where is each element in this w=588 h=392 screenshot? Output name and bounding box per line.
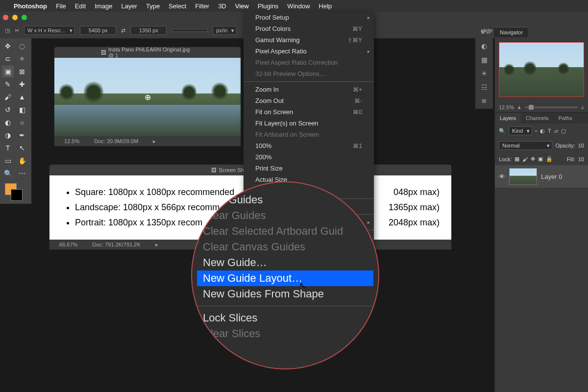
navigator-zoom-in-icon[interactable]: ▵ — [581, 104, 584, 110]
tool-preset-icon[interactable]: ◳ — [5, 27, 10, 34]
panel-close-icon[interactable]: ✕ ›› — [481, 29, 490, 36]
background-color[interactable] — [11, 189, 23, 201]
view-menu-item[interactable]: Gamut Warning⇧⌘Y — [244, 34, 374, 46]
view-menu-item[interactable]: Proof Setup — [244, 12, 374, 23]
menu-view[interactable]: View — [235, 2, 249, 10]
path-tool-icon[interactable]: ↖ — [16, 142, 28, 154]
view-menu-item[interactable]: 200% — [244, 151, 374, 163]
frame-tool-icon[interactable]: ⊠ — [16, 66, 28, 77]
properties-panel-icon[interactable]: ☷ — [481, 83, 488, 91]
type-tool-icon[interactable]: T — [2, 142, 14, 154]
menu-3d[interactable]: 3D — [218, 2, 226, 10]
blur-tool-icon[interactable]: ○ — [16, 117, 28, 128]
lock-pixels-icon[interactable]: 🖌 — [522, 156, 528, 162]
crop-width-input[interactable]: 5400 px — [80, 26, 116, 35]
lock-all-icon[interactable]: 🔒 — [546, 156, 553, 162]
dodge-tool-icon[interactable]: ◑ — [2, 129, 14, 141]
menu-file[interactable]: File — [56, 2, 66, 10]
swap-dims-icon[interactable]: ⇄ — [121, 27, 125, 34]
color-panel-icon[interactable]: ◐ — [481, 42, 487, 50]
magnified-menu-item[interactable]: New Guide Layout… — [197, 270, 373, 286]
menu-help[interactable]: Help — [319, 2, 332, 10]
hand-tool-icon[interactable]: ✋ — [16, 155, 28, 167]
blend-mode-select[interactable]: Normal — [499, 141, 552, 150]
layer-filter-select[interactable]: Kind — [509, 126, 532, 135]
crop-tool-icon[interactable]: ▣ — [2, 66, 14, 77]
filter-smart-icon[interactable]: ▢ — [561, 128, 566, 134]
brush-tool-icon[interactable]: 🖌 — [2, 91, 14, 103]
eyedropper-tool-icon[interactable]: ✎ — [2, 78, 14, 90]
magnified-menu-item[interactable]: New Guide… — [197, 255, 373, 270]
channels-tab[interactable]: Channels — [521, 113, 553, 123]
doc1-more-icon[interactable]: ▸ — [153, 138, 156, 145]
heal-tool-icon[interactable]: ✚ — [16, 78, 28, 90]
brushes-panel-icon[interactable]: ≋ — [481, 97, 487, 105]
layer-thumbnail[interactable] — [509, 168, 537, 185]
traffic-max-icon[interactable] — [22, 15, 27, 20]
filter-type-icon[interactable]: T — [548, 128, 551, 134]
layer-visibility-icon[interactable]: 👁 — [499, 173, 505, 180]
navigator-preview[interactable] — [499, 42, 584, 97]
swatches-panel-icon[interactable]: ▦ — [481, 56, 488, 64]
shape-tool-icon[interactable]: ▭ — [2, 155, 14, 167]
navigator-tab[interactable]: Navigator — [495, 27, 528, 37]
marquee-tool-icon[interactable]: ◌ — [16, 40, 28, 52]
unit-select[interactable]: px/in — [213, 26, 237, 35]
layer-row[interactable]: 👁 Layer 0 — [495, 165, 588, 188]
view-menu-item[interactable]: Zoom In⌘+ — [244, 84, 374, 95]
edit-toolbar-icon[interactable]: ⋯ — [16, 168, 28, 179]
view-menu-item[interactable]: Fit on Screen⌘0 — [244, 106, 374, 118]
move-tool-icon[interactable]: ✥ — [2, 40, 14, 52]
menu-plugins[interactable]: Plugins — [258, 2, 279, 10]
magnified-menu-item[interactable]: Lock Slices — [197, 310, 373, 326]
traffic-min-icon[interactable] — [12, 15, 18, 20]
view-menu-item[interactable]: Proof Colors⌘Y — [244, 23, 374, 34]
doc2-more-icon[interactable]: ▸ — [155, 242, 158, 248]
menu-layer[interactable]: Layer — [121, 2, 137, 10]
menu-type[interactable]: Type — [146, 2, 160, 10]
menu-photoshop[interactable]: Photoshop — [14, 2, 47, 10]
crop-height-input[interactable]: 1350 px — [130, 26, 167, 35]
menu-select[interactable]: Select — [169, 2, 186, 10]
filter-shape-icon[interactable]: ▱ — [554, 128, 558, 134]
menu-window[interactable]: Window — [287, 2, 310, 10]
crop-center-icon[interactable]: ⊕ — [145, 93, 151, 102]
color-swatches[interactable] — [2, 182, 29, 202]
opacity-value[interactable]: 10 — [578, 143, 584, 148]
navigator-zoom[interactable]: 12.5% — [499, 104, 514, 110]
doc1-canvas[interactable]: ⊕ — [54, 58, 241, 136]
doc2-zoom[interactable]: 66.67% — [59, 242, 77, 247]
crop-preset-icon[interactable]: ✂ — [15, 27, 19, 34]
magnified-menu-item[interactable]: New Guides From Shape — [197, 286, 373, 302]
adjustments-panel-icon[interactable]: ☀ — [481, 70, 488, 77]
gradient-tool-icon[interactable]: ◐ — [2, 117, 14, 128]
zoom-tool-icon[interactable]: 🔍 — [2, 168, 14, 179]
stamp-tool-icon[interactable]: ▲ — [16, 91, 28, 103]
view-menu-item[interactable]: Zoom Out⌘- — [244, 95, 374, 106]
wand-tool-icon[interactable]: ✧ — [16, 53, 28, 65]
view-menu-item[interactable]: Pixel Aspect Ratio — [244, 46, 374, 57]
menu-filter[interactable]: Filter — [195, 2, 209, 10]
navigator-zoom-slider[interactable] — [525, 106, 577, 108]
layers-tab[interactable]: Layers — [495, 113, 521, 123]
crop-resolution-input[interactable] — [172, 29, 208, 32]
doc1-zoom[interactable]: 12.5% — [64, 138, 79, 144]
view-menu-item[interactable]: 100%⌘1 — [244, 140, 374, 151]
lock-pos-icon[interactable]: ✥ — [531, 156, 535, 162]
paths-tab[interactable]: Paths — [554, 113, 577, 123]
navigator-zoom-out-icon[interactable]: ▴ — [518, 104, 521, 110]
lock-artboard-icon[interactable]: ▣ — [538, 156, 543, 162]
view-menu-item[interactable]: Print Size — [244, 163, 374, 174]
lasso-tool-icon[interactable]: ⊂ — [2, 53, 14, 65]
fill-value[interactable]: 10 — [578, 156, 584, 162]
filter-adjust-icon[interactable]: ◐ — [540, 128, 545, 134]
traffic-close-icon[interactable] — [3, 15, 8, 20]
menu-image[interactable]: Image — [95, 2, 112, 10]
filter-image-icon[interactable]: ▫ — [535, 128, 537, 134]
view-menu-item[interactable]: Fit Layer(s) on Screen — [244, 118, 374, 129]
menu-edit[interactable]: Edit — [75, 2, 86, 10]
eraser-tool-icon[interactable]: ◧ — [16, 104, 28, 116]
layer-name[interactable]: Layer 0 — [541, 173, 562, 180]
lock-trans-icon[interactable]: ▦ — [514, 156, 519, 162]
crop-preset-select[interactable]: W x H x Reso… — [24, 26, 75, 35]
